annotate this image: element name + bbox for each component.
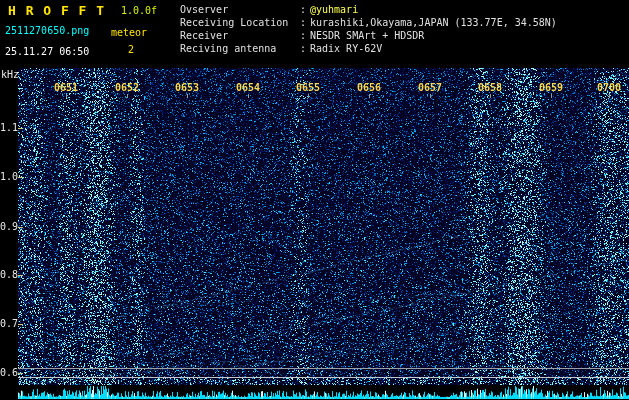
info-separator: :	[300, 29, 310, 42]
time-label: 0656	[357, 82, 381, 93]
info-label: Receiving Location	[180, 16, 300, 29]
observer-value: @yuhmari	[310, 3, 358, 16]
antenna-value: Radix RY-62V	[310, 42, 382, 55]
freq-label: 1.1	[0, 122, 15, 133]
observation-datetime: 25.11.27 06:50	[5, 46, 89, 57]
header-info: Ovserver : @yuhmari Receiving Location :…	[180, 3, 557, 55]
info-label: Receiver	[180, 29, 300, 42]
info-separator: :	[300, 16, 310, 29]
info-label: Reciving antenna	[180, 42, 300, 55]
spectrogram-canvas	[0, 0, 629, 400]
info-row-antenna: Reciving antenna : Radix RY-62V	[180, 42, 557, 55]
freq-axis-unit: kHz	[1, 69, 19, 80]
info-row-observer: Ovserver : @yuhmari	[180, 3, 557, 16]
info-separator: :	[300, 42, 310, 55]
time-label: 0659	[539, 82, 563, 93]
meteor-count: 2	[128, 44, 134, 55]
time-label: 0653	[175, 82, 199, 93]
info-separator: :	[300, 3, 310, 16]
freq-label: 0.6	[0, 367, 15, 378]
freq-label: 0.9	[0, 221, 15, 232]
freq-label: 0.8	[0, 269, 15, 280]
time-label: 0654	[236, 82, 260, 93]
time-label: 0651	[54, 82, 78, 93]
location-value: kurashiki,Okayama,JAPAN (133.77E, 34.58N…	[310, 16, 557, 29]
app-version: 1.0.0f	[121, 5, 157, 16]
output-filename: 2511270650.png	[5, 25, 89, 36]
hrofft-window: H R O F F T 1.0.0f 2511270650.png 25.11.…	[0, 0, 629, 400]
time-label: 0657	[418, 82, 442, 93]
meteor-label: meteor	[111, 27, 147, 38]
time-label: 0700	[597, 82, 621, 93]
info-row-location: Receiving Location : kurashiki,Okayama,J…	[180, 16, 557, 29]
freq-label: 1.0	[0, 171, 15, 182]
app-title: H R O F F T	[8, 3, 105, 18]
time-label: 0652	[115, 82, 139, 93]
time-label: 0655	[296, 82, 320, 93]
time-label: 0658	[478, 82, 502, 93]
freq-label: 0.7	[0, 318, 15, 329]
receiver-value: NESDR SMArt + HDSDR	[310, 29, 424, 42]
info-row-receiver: Receiver : NESDR SMArt + HDSDR	[180, 29, 557, 42]
info-label: Ovserver	[180, 3, 300, 16]
